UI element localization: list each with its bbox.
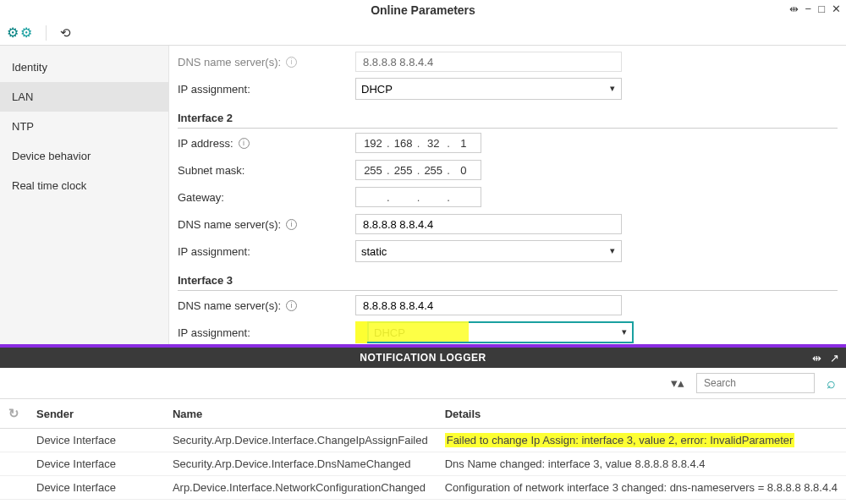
dns-input-1[interactable] [355, 52, 622, 72]
pin-icon[interactable]: ⇹ [789, 3, 799, 15]
cell-sender: Device Interface [28, 452, 164, 476]
search-input[interactable] [696, 373, 815, 393]
ip-assign-select-1[interactable]: DHCP [355, 78, 622, 100]
sidebar: Identity LAN NTP Device behavior Real ti… [0, 46, 169, 344]
ip-assign-select-2[interactable]: static [355, 240, 622, 262]
pin-icon[interactable]: ⇹ [812, 352, 821, 364]
settings-pair[interactable]: ⚙ ⚙ [7, 26, 32, 40]
content-pane: DNS name server(s): i IP assignment: DHC… [169, 46, 846, 344]
sidebar-item-lan[interactable]: LAN [0, 82, 168, 112]
table-row[interactable]: Device InterfaceArp.Device.Interface.Net… [0, 476, 846, 500]
table-row[interactable]: Device InterfaceSecurity.Arp.Device.Inte… [0, 429, 846, 452]
cell-name: Security.Arp.Device.Interface.GatewayCha… [164, 500, 437, 505]
sidebar-item-device-behavior[interactable]: Device behavior [0, 141, 168, 171]
info-icon[interactable]: i [239, 138, 250, 149]
dns-input-2[interactable] [355, 214, 622, 234]
subnet-input-2[interactable]: 255. 255. 255. 0 [355, 160, 481, 180]
table-row[interactable]: Device InterfaceSecurity.Arp.Device.Inte… [0, 452, 846, 476]
dns-label-3: DNS name server(s): i [178, 299, 355, 312]
col-details[interactable]: Details [437, 399, 846, 429]
filter-icon[interactable]: ▾▴ [671, 375, 684, 391]
sidebar-item-real-time-clock[interactable]: Real time clock [0, 171, 168, 200]
gear-sync-icon[interactable]: ⚙ [20, 26, 32, 40]
close-icon[interactable]: ✕ [832, 3, 841, 15]
table-header-row: ↻ Sender Name Details [0, 399, 846, 429]
cell-details: Dns Name changed: interface 3, value 8.8… [437, 452, 846, 476]
search-icon[interactable]: ⌕ [827, 375, 836, 392]
minimize-icon[interactable]: − [805, 3, 812, 15]
cell-sender: Device Interface [28, 429, 164, 452]
notification-header: NOTIFICATION LOGGER ⇹ ↗ [0, 348, 846, 368]
refresh-icon[interactable]: ⟲ [60, 25, 71, 41]
cell-name: Security.Arp.Device.Interface.ChangeIpAs… [164, 429, 437, 452]
ip-address-input-2[interactable]: 192. 168. 32. 1 [355, 133, 481, 153]
col-sender[interactable]: Sender [28, 399, 164, 429]
log-icon[interactable]: ↻ [8, 406, 19, 420]
ip-assign-label-2: IP assignment: [178, 245, 355, 258]
cell-details: Failed to change Ip Assign: interface 3,… [437, 429, 846, 452]
ip-assign-label-3: IP assignment: [178, 326, 355, 339]
sidebar-item-ntp[interactable]: NTP [0, 112, 168, 141]
info-icon[interactable]: i [286, 300, 297, 311]
dns-label-2: DNS name server(s): i [178, 218, 355, 231]
interface-3-header: Interface 3 [178, 269, 838, 291]
info-icon[interactable]: i [286, 57, 297, 68]
title-bar: Online Parameters ⇹ − □ ✕ [0, 0, 846, 20]
cell-details: Gateway changed: interface 3, value 192.… [437, 500, 846, 505]
col-name[interactable]: Name [164, 399, 437, 429]
toolbar: ⚙ ⚙ ⟲ [0, 20, 846, 46]
ip-address-label-2: IP address: i [178, 137, 355, 150]
gateway-input-2[interactable]: 0. 0. 0. 0 [355, 187, 481, 207]
table-row[interactable]: Device InterfaceSecurity.Arp.Device.Inte… [0, 500, 846, 505]
expand-icon[interactable]: ↗ [830, 352, 839, 364]
gateway-label-2: Gateway: [178, 191, 355, 204]
notification-table: ↻ Sender Name Details Device InterfaceSe… [0, 398, 846, 504]
notification-toolbar: ▾▴ ⌕ [0, 368, 846, 398]
info-icon[interactable]: i [286, 219, 297, 230]
gear-icon[interactable]: ⚙ [7, 26, 19, 40]
cell-sender: Device Interface [28, 500, 164, 505]
ip-assign-select-3[interactable]: DHCP [367, 321, 634, 343]
window-title: Online Parameters [0, 3, 846, 17]
cell-sender: Device Interface [28, 476, 164, 500]
cell-details: Configuration of network interface 3 cha… [437, 476, 846, 500]
ip-assign-label-1: IP assignment: [178, 83, 355, 96]
cell-name: Arp.Device.Interface.NetworkConfiguratio… [164, 476, 437, 500]
subnet-label-2: Subnet mask: [178, 164, 355, 177]
notification-title: NOTIFICATION LOGGER [0, 352, 846, 364]
dns-input-3[interactable] [355, 295, 622, 315]
maximize-icon[interactable]: □ [818, 3, 825, 15]
interface-2-header: Interface 2 [178, 107, 838, 129]
window-buttons: ⇹ − □ ✕ [789, 3, 841, 15]
cell-name: Security.Arp.Device.Interface.DnsNameCha… [164, 452, 437, 476]
sidebar-item-identity[interactable]: Identity [0, 52, 168, 82]
dns-label-1: DNS name server(s): i [178, 56, 355, 68]
toolbar-divider [46, 25, 47, 41]
